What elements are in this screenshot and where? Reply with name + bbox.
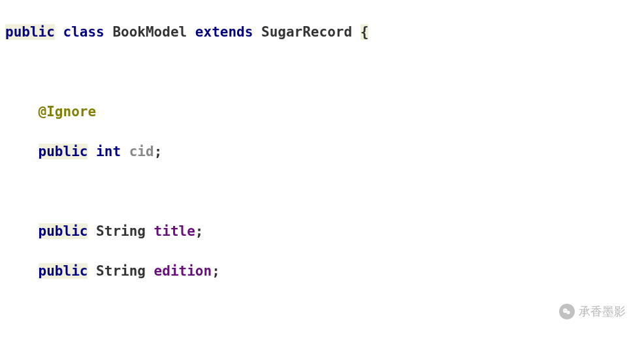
keyword-int: int bbox=[96, 144, 121, 159]
code-line: public String title; bbox=[5, 221, 639, 241]
svg-point-5 bbox=[569, 312, 570, 312]
keyword-public: public bbox=[39, 223, 88, 239]
field-cid: cid bbox=[129, 144, 154, 159]
svg-point-1 bbox=[566, 311, 570, 314]
keyword-public: public bbox=[5, 24, 55, 40]
code-line-empty bbox=[5, 182, 639, 201]
code-line: @Ignore bbox=[5, 102, 639, 121]
code-line: public String edition; bbox=[5, 261, 639, 281]
annotation-ignore: @Ignore bbox=[39, 104, 97, 120]
watermark-text: 承香墨影 bbox=[579, 303, 626, 320]
svg-point-4 bbox=[568, 312, 568, 312]
class-name: BookModel bbox=[112, 24, 187, 40]
code-line: public int cid; bbox=[5, 142, 639, 161]
type-string: String bbox=[96, 223, 146, 239]
keyword-extends: extends bbox=[195, 24, 253, 40]
code-line-empty bbox=[5, 301, 639, 321]
code-editor: public class BookModel extends SugarReco… bbox=[0, 0, 644, 337]
semicolon: ; bbox=[212, 263, 220, 279]
code-line-empty bbox=[5, 62, 639, 82]
svg-point-2 bbox=[564, 310, 565, 310]
field-title: title bbox=[154, 223, 195, 239]
superclass-name: SugarRecord bbox=[261, 24, 352, 40]
semicolon: ; bbox=[154, 144, 163, 159]
svg-point-3 bbox=[566, 310, 566, 310]
wechat-icon bbox=[559, 304, 575, 319]
code-line: public class BookModel extends SugarReco… bbox=[5, 22, 639, 42]
brace-open: { bbox=[361, 24, 369, 40]
semicolon: ; bbox=[195, 223, 204, 239]
keyword-public: public bbox=[39, 144, 88, 159]
watermark: 承香墨影 bbox=[559, 303, 626, 320]
keyword-class: class bbox=[63, 24, 105, 40]
keyword-public: public bbox=[39, 263, 88, 279]
type-string: String bbox=[96, 263, 146, 279]
field-edition: edition bbox=[154, 263, 212, 279]
